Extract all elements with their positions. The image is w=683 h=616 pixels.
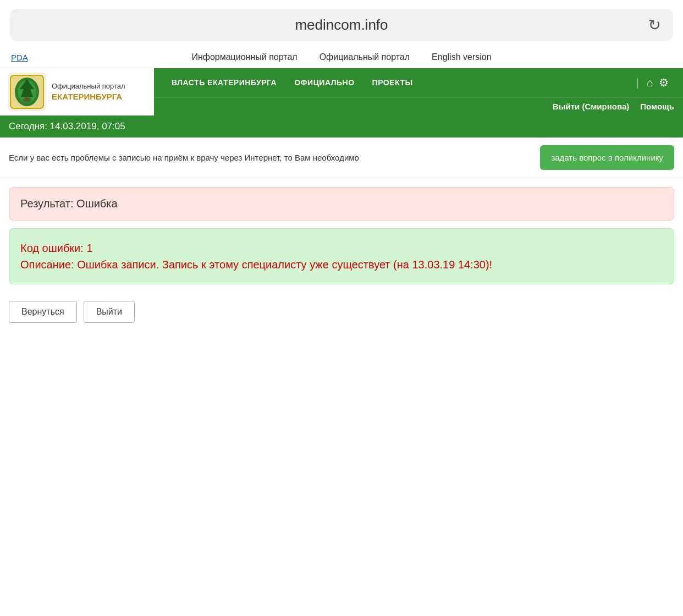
top-nav-wrapper: PDA Информационный портал Официальный по… bbox=[0, 47, 683, 68]
date-text: Сегодня: 14.03.2019, 07:05 bbox=[9, 121, 125, 131]
site-header: Официальный портал ЕКАТЕРИНБУРГА ВЛАСТЬ … bbox=[0, 68, 683, 116]
error-code: Код ошибки: 1 bbox=[20, 240, 663, 256]
green-nav-top: ВЛАСТЬ ЕКАТЕРИНБУРГА ОФИЦИАЛЬНО ПРОЕКТЫ … bbox=[154, 68, 683, 97]
browser-url: medincom.info bbox=[295, 16, 388, 34]
english-version-link[interactable]: English version bbox=[432, 52, 492, 62]
main-content: Результат: Ошибка Код ошибки: 1 Описание… bbox=[0, 178, 683, 337]
green-nav-bottom: Выйти (Смирнова) Помощь bbox=[154, 97, 683, 116]
date-bar: Сегодня: 14.03.2019, 07:05 bbox=[0, 116, 683, 138]
result-title: Результат: Ошибка bbox=[20, 197, 118, 210]
logo-icon bbox=[8, 73, 46, 111]
svg-point-6 bbox=[23, 97, 31, 103]
logout-link[interactable]: Выйти (Смирнова) bbox=[553, 102, 630, 111]
result-error-box: Результат: Ошибка bbox=[9, 187, 674, 221]
logo-text: Официальный портал ЕКАТЕРИНБУРГА bbox=[52, 82, 125, 102]
official-portal-link[interactable]: Официальный портал bbox=[320, 52, 410, 62]
exit-button[interactable]: Выйти bbox=[84, 301, 135, 323]
settings-icon[interactable]: ⚙ bbox=[659, 76, 669, 89]
help-link[interactable]: Помощь bbox=[640, 102, 674, 111]
nav-item-vlast[interactable]: ВЛАСТЬ ЕКАТЕРИНБУРГА bbox=[163, 70, 285, 95]
pda-link[interactable]: PDA bbox=[11, 53, 28, 62]
nav-item-officially[interactable]: ОФИЦИАЛЬНО bbox=[285, 70, 363, 95]
home-icon[interactable]: ⌂ bbox=[647, 76, 653, 89]
top-nav-links: Информационный портал Официальный портал… bbox=[191, 52, 491, 62]
buttons-row: Вернуться Выйти bbox=[9, 295, 674, 328]
error-detail-box: Код ошибки: 1 Описание: Ошибка записи. З… bbox=[9, 228, 674, 284]
info-portal-link[interactable]: Информационный портал bbox=[191, 52, 297, 62]
green-nav-block: ВЛАСТЬ ЕКАТЕРИНБУРГА ОФИЦИАЛЬНО ПРОЕКТЫ … bbox=[154, 68, 683, 116]
nav-icons: | ⌂ ⚙ bbox=[634, 76, 674, 89]
browser-bar: medincom.info ↺ bbox=[10, 9, 673, 41]
logo-block: Официальный портал ЕКАТЕРИНБУРГА bbox=[0, 68, 154, 116]
back-button[interactable]: Вернуться bbox=[9, 301, 77, 323]
error-description: Описание: Ошибка записи. Запись к этому … bbox=[20, 256, 663, 273]
ask-question-button[interactable]: задать вопрос в поликлинику bbox=[540, 145, 674, 170]
nav-item-projects[interactable]: ПРОЕКТЫ bbox=[363, 70, 422, 95]
info-banner-text: Если у вас есть проблемы с записью на пр… bbox=[9, 153, 531, 162]
info-banner: Если у вас есть проблемы с записью на пр… bbox=[0, 138, 683, 178]
reload-button[interactable]: ↺ bbox=[648, 16, 661, 34]
